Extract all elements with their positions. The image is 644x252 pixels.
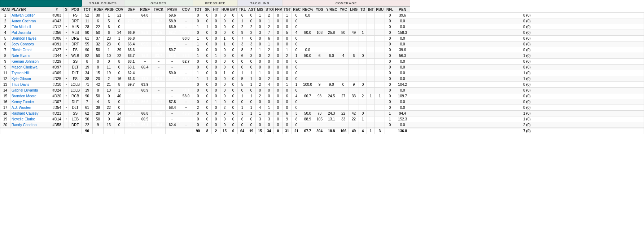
table-row: 6Joey Connors#D91*DRT553223065.469.573.5… [0, 41, 644, 47]
cell-prsh: 23 [104, 41, 114, 47]
player-link[interactable]: Kenny Turnier [12, 100, 34, 104]
cell-stop: 1 [264, 105, 274, 111]
cell-int [367, 41, 375, 47]
player-header: PLAYER [10, 6, 50, 13]
cell-yac [338, 65, 349, 70]
summary-rec: 21 [292, 128, 301, 134]
cell-td: 2 [359, 93, 367, 99]
cell-stop: 0 [264, 111, 274, 116]
cell-lng [349, 88, 359, 93]
table-row: 9Mason Cholewa#D97DLT19811063.166.4––55.… [0, 65, 644, 70]
cell-bat: 0 [229, 122, 238, 128]
cell-y-rec: 24.5 [325, 93, 338, 99]
player-link[interactable]: A.J. Wooten [12, 106, 31, 110]
player-link[interactable]: Brendon Hayes [12, 36, 36, 40]
cell-lng [349, 105, 359, 111]
cell-lng [349, 76, 359, 82]
cell-cov-g: 53.9 [179, 47, 193, 53]
player-link[interactable]: Eric Mitchell [12, 25, 31, 29]
cell-pen: 39.6 [395, 13, 410, 18]
player-link[interactable]: Nevelle Clarke [12, 117, 35, 121]
player-link[interactable]: Nate Evans [12, 54, 30, 58]
player-link[interactable]: Titus Davis [12, 83, 29, 87]
cell-mis: 1 [256, 70, 264, 76]
cell-tot: 19 [82, 88, 93, 93]
player-link[interactable]: Pat Jasinski [12, 31, 31, 35]
player-link[interactable]: Rashard Causey [12, 111, 38, 115]
coverage-section: COVERAGE [282, 0, 410, 7]
cell-player: Brandon Moore [10, 93, 50, 99]
cell-player: Nate Evans [10, 53, 50, 59]
player-link[interactable]: Antwan Collier [12, 13, 35, 17]
cell-def: 54.7 [124, 99, 138, 105]
cell-rdef: 37 [93, 36, 104, 41]
cell-tot: 28 [82, 24, 93, 30]
def-header: DEF [124, 6, 138, 13]
cell-sk: 0 [203, 105, 212, 111]
cell-prsh-g: 54.4 [166, 41, 179, 47]
cell-rank: 13 [0, 82, 10, 88]
yac-header: YAC [338, 6, 349, 13]
cell-nfl: 0 [385, 36, 395, 41]
cell-rank: 11 [0, 70, 10, 76]
cell-rec: 1 [292, 53, 301, 59]
cell-cov: 0 [114, 70, 124, 76]
cell-yds [314, 47, 325, 53]
cell-int [367, 47, 375, 53]
cell-int [367, 18, 375, 24]
cell-yac: 33 [338, 116, 349, 122]
cell-rec-pct [301, 99, 314, 105]
ffm-header: FFM [274, 6, 282, 13]
player-link[interactable]: Trysten Hill [12, 71, 30, 75]
cell-td [359, 59, 367, 65]
cell-tgt: 9 [282, 116, 292, 122]
cell-tack: – [152, 65, 166, 70]
cell-stop: 6 [264, 36, 274, 41]
cell-nfl: 0 [385, 41, 395, 47]
cell-player: Joey Connors [10, 41, 50, 47]
cell-tgt: 0 [282, 59, 292, 65]
cell-cov: 21 [114, 13, 124, 18]
grades-section: GRADES [124, 0, 193, 7]
cell-lng [349, 65, 359, 70]
cell-pen: 0.0 [395, 122, 410, 128]
rec-header: REC [292, 6, 301, 13]
cell-tot-p: 1 [193, 76, 203, 82]
cell-prsh: 19 [104, 70, 114, 76]
player-link[interactable]: Mason Cholewa [12, 65, 38, 69]
cell-prsh: 3 [104, 99, 114, 105]
cell-hur: 2 [220, 105, 229, 111]
player-link[interactable]: Brandon Moore [12, 94, 36, 98]
cell-def: 59.7 [124, 82, 138, 88]
cell-ast: 2 [247, 24, 256, 30]
cell-s: * [64, 47, 69, 53]
cell-tkl: 1 [238, 70, 247, 76]
cell-tot: 90 [82, 93, 93, 99]
cell-cov-g: 53.4 [179, 82, 193, 88]
cell-yac [338, 47, 349, 53]
cell-prsh: 0 [104, 116, 114, 122]
cell-num: #D25 [50, 76, 64, 82]
cell-pbu [375, 30, 385, 36]
player-link[interactable]: Kyle Gibson [12, 77, 31, 81]
cell-num: #D12 [50, 24, 64, 30]
cell-tack: 18.4 [152, 122, 166, 128]
cell-bat: 0 [229, 53, 238, 59]
cell-rdef: 50 [93, 30, 104, 36]
cell-lng: 42 [349, 111, 359, 116]
cell-pen2: 1 (0) [410, 76, 644, 82]
cell-ffm: 0 [274, 18, 282, 24]
player-link[interactable]: Randy Charlton [12, 123, 36, 127]
cell-rdef: 4 [93, 99, 104, 105]
player-link[interactable]: Richie Grant [12, 48, 32, 52]
cell-hur: 0 [220, 76, 229, 82]
player-link[interactable]: Joey Connors [12, 42, 34, 46]
player-link[interactable]: Aaron Cochran [12, 19, 36, 23]
cell-int [367, 24, 375, 30]
player-link[interactable]: Gabriel Luyanda [12, 88, 38, 92]
player-link[interactable]: Keenan Johnson [12, 59, 39, 63]
cell-cov: 0 [114, 122, 124, 128]
ast-header: AST [247, 6, 256, 13]
cell-tack: 71.1 [152, 99, 166, 105]
cell-mis: 3 [256, 30, 264, 36]
